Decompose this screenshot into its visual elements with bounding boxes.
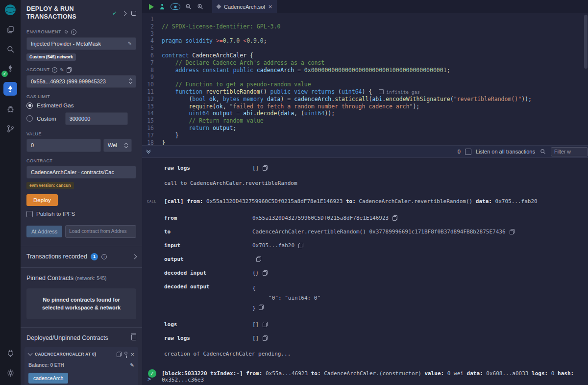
terminal-kv-row: from0x55a1320D432759960C5Df0215a8dF78e1E… (142, 211, 588, 225)
pinned-network: (network: 545) (75, 276, 106, 281)
code-text: return output; (162, 125, 236, 132)
line-number: 17 (142, 132, 162, 139)
info-icon[interactable]: i (71, 29, 76, 35)
run-script-icon[interactable] (149, 4, 154, 10)
settings-gear-icon[interactable] (4, 366, 17, 379)
source-control-icon[interactable] (4, 122, 17, 135)
listen-checkbox[interactable] (465, 149, 471, 155)
chevron-right-icon[interactable] (122, 11, 127, 16)
copy-icon[interactable] (263, 335, 268, 341)
copy-icon[interactable] (392, 215, 397, 221)
copy-icon[interactable] (298, 243, 303, 248)
value-unit-select[interactable]: Wei (103, 139, 132, 152)
checkbox-icon[interactable] (26, 211, 33, 217)
activity-bar: ✓ (0, 0, 21, 385)
radio-unselected-icon[interactable] (26, 115, 33, 122)
code-line: 7 // Declare Cadence Arch's address as a… (142, 59, 588, 67)
terminal-prompt[interactable]: > (147, 376, 151, 383)
contract-balance: Balance: 0 ETH (28, 362, 64, 368)
terminal-search-icon[interactable] (539, 148, 546, 155)
zoom-in-icon[interactable] (196, 3, 204, 10)
pinned-title-text: Pinned Contracts (26, 275, 74, 282)
line-number: 6 (142, 52, 162, 59)
code-editor[interactable]: 12// SPDX-License-Identifier: GPL-3.034p… (142, 13, 588, 145)
code-line: 16 return output; (142, 125, 588, 132)
edit-balance-icon[interactable]: ✎ (130, 362, 134, 368)
terminal-kv-row: toCadenceArchCaler.revertibleRandom() 0x… (142, 225, 588, 238)
deploy-button[interactable]: Deploy (26, 194, 58, 206)
filter-input[interactable] (551, 147, 588, 156)
environment-label-row: ENVIRONMENT i (26, 29, 136, 35)
main-area: CadenceArch.sol × 12// SPDX-License-Iden… (142, 0, 588, 385)
terminal-message: call to CadenceArchCaler.revertibleRando… (142, 175, 588, 192)
at-address-button[interactable]: At Address (26, 226, 62, 237)
remove-contract-icon[interactable]: × (130, 351, 134, 358)
terminal-key: logs (164, 321, 248, 328)
terminal-key: input (164, 242, 248, 249)
file-explorer-icon[interactable] (4, 23, 17, 36)
info-icon[interactable]: i (101, 254, 107, 259)
publish-ipfs-row[interactable]: Publish to IPFS (26, 211, 136, 217)
terminal-value: CadenceArchCaler.revertibleRandom() 0x37… (252, 229, 506, 235)
terminal-value: [] (252, 165, 259, 171)
search-icon[interactable] (4, 43, 17, 55)
edit-environment-icon[interactable]: ✎ (128, 41, 132, 46)
tab-cadencearch-sol[interactable]: CadenceArch.sol × (212, 0, 277, 13)
custom-gas-option[interactable]: Custom (26, 112, 136, 125)
deploy-run-icon[interactable] (3, 82, 17, 96)
transaction-count: 0 (458, 149, 461, 154)
plugin-manager-icon[interactable] (4, 347, 17, 359)
copy-icon[interactable] (510, 229, 514, 234)
collapse-contract-icon[interactable] (28, 351, 33, 356)
copy-icon[interactable] (263, 270, 268, 276)
collapse-terminal-icon[interactable] (147, 150, 150, 153)
copy-account-icon[interactable] (67, 67, 72, 73)
remix-logo-icon (4, 3, 17, 16)
deployed-contracts-title: Deployed/Unpinned Contracts (26, 334, 108, 341)
line-number: 5 (142, 45, 162, 52)
code-line: 15 // Return random value (142, 117, 588, 125)
radio-selected-icon[interactable] (26, 103, 33, 109)
plug-icon (64, 29, 69, 34)
terminal-value: 0x55a1320D432759960C5Df0215a8dF78e1E1469… (252, 215, 389, 221)
environment-select[interactable]: Injected Provider - MetaMask ✎ (26, 37, 136, 50)
account-select[interactable]: 0x55a...46923 (999.999945323 (26, 75, 136, 88)
check-icon: ✓ (112, 10, 117, 17)
popout-icon[interactable] (131, 11, 136, 16)
line-number: 2 (142, 23, 162, 30)
editor-scrollbar[interactable] (584, 15, 588, 69)
value-unit: Wei (108, 142, 117, 148)
assistant-icon[interactable] (158, 3, 166, 11)
contract-label: CONTRACT (26, 158, 136, 163)
contract-function-button-cadencearch[interactable]: cadenceArch (28, 373, 68, 384)
terminal-block-row[interactable]: ✓[block:5033220 txIndex:-] from: 0x55a..… (142, 362, 588, 385)
sign-message-icon[interactable]: ✎ (60, 67, 64, 73)
terminal-kv-row: logs[] (142, 318, 588, 332)
solidity-compiler-icon[interactable]: ✓ (4, 62, 17, 75)
evm-version-badge: evm version: cancun (26, 182, 74, 189)
eye-toggle-icon[interactable] (171, 3, 180, 10)
debugger-icon[interactable] (4, 103, 17, 115)
zoom-out-icon[interactable] (185, 3, 192, 10)
copy-icon[interactable] (256, 257, 261, 262)
add-account-icon[interactable]: + (52, 67, 57, 73)
copy-address-icon[interactable] (117, 352, 122, 357)
expand-transactions-icon[interactable] (132, 254, 137, 259)
value-input[interactable] (26, 139, 101, 152)
copy-icon[interactable] (259, 305, 264, 310)
terminal-value: 0x705...fab20 (252, 242, 294, 249)
estimated-gas-option[interactable]: Estimated Gas (26, 103, 136, 109)
at-address-input[interactable] (65, 225, 136, 238)
terminal[interactable]: raw logs[]call to CadenceArchCaler.rever… (142, 158, 588, 385)
custom-gas-input[interactable] (65, 112, 128, 125)
close-tab-icon[interactable]: × (269, 3, 272, 10)
copy-icon[interactable] (263, 322, 268, 327)
code-text: // Declare Cadence Arch's address as a c… (162, 59, 324, 67)
panel-title: DEPLOY & RUN TRANSACTIONS (26, 5, 100, 21)
copy-icon[interactable] (263, 165, 268, 171)
terminal-call-row[interactable]: CALL[call] from: 0x55a1320D432759960C5Df… (142, 192, 588, 211)
contract-select[interactable]: CadenceArchCaler - contracts/Cac (26, 166, 136, 179)
terminal-kv-row: input0x705...fab20 (142, 238, 588, 252)
pin-contract-icon[interactable] (124, 352, 127, 355)
clear-contracts-icon[interactable] (131, 335, 136, 340)
